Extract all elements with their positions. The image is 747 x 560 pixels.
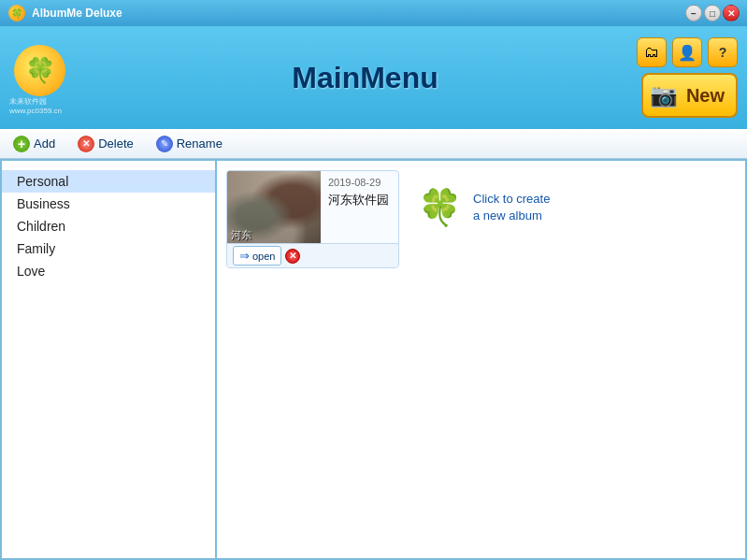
category-item-business[interactable]: Business xyxy=(2,193,215,215)
open-arrow-icon: ⇒ xyxy=(239,249,250,263)
minimize-button[interactable]: − xyxy=(685,5,702,22)
rename-label: Rename xyxy=(177,136,223,151)
album-panel: 河东 2019-08-29 河东软件园 ⇒ open ✕ 🍀 Click to … xyxy=(217,161,745,558)
new-album-text: Click to create a new album xyxy=(473,191,550,224)
maximize-button[interactable]: □ xyxy=(704,5,721,22)
folder-icon-btn[interactable]: 🗂 xyxy=(637,37,667,67)
delete-label: Delete xyxy=(98,136,134,151)
new-button-label: New xyxy=(686,85,725,107)
header: 🍀 未来软件园 www.pc0359.cn MainMenu 🗂 👤 ? 📷 N… xyxy=(0,26,747,129)
add-button[interactable]: + Add xyxy=(9,134,59,154)
album-thumb-label: 河东 xyxy=(231,228,251,242)
add-label: Add xyxy=(34,136,55,151)
delete-button[interactable]: ✕ Delete xyxy=(74,134,137,154)
album-card[interactable]: 河东 2019-08-29 河东软件园 ⇒ open ✕ xyxy=(226,170,399,268)
main-content: Personal Business Children Family Love 河… xyxy=(0,159,747,560)
add-icon: + xyxy=(13,136,30,152)
category-item-personal[interactable]: Personal xyxy=(2,170,215,193)
album-thumbnail: 河东 xyxy=(227,171,321,243)
album-name: 河东软件园 xyxy=(328,192,391,208)
open-button[interactable]: ⇒ open xyxy=(233,246,281,266)
album-delete-button[interactable]: ✕ xyxy=(285,249,300,264)
help-icon-btn[interactable]: ? xyxy=(708,37,738,67)
rename-button[interactable]: ✎ Rename xyxy=(152,134,226,154)
open-label: open xyxy=(252,251,275,262)
album-card-top: 河东 2019-08-29 河东软件园 xyxy=(227,171,398,243)
app-icon: 🍀 xyxy=(7,4,26,22)
watermark-line1: 未来软件园 xyxy=(9,96,62,107)
logo-area: 🍀 未来软件园 www.pc0359.cn xyxy=(9,36,93,120)
header-right: 🗂 👤 ? 📷 New xyxy=(637,37,738,118)
rename-icon: ✎ xyxy=(156,136,173,152)
main-title: MainMenu xyxy=(93,61,637,95)
window-controls: − □ ✕ xyxy=(685,5,740,22)
title-bar: 🍀 AlbumMe Deluxe − □ ✕ xyxy=(0,0,747,26)
new-button-icon: 📷 xyxy=(647,79,681,112)
category-item-family[interactable]: Family xyxy=(2,237,215,260)
category-panel: Personal Business Children Family Love xyxy=(2,161,217,558)
watermark-line2: www.pc0359.cn xyxy=(9,107,62,115)
new-button[interactable]: 📷 New xyxy=(641,73,738,118)
category-item-children[interactable]: Children xyxy=(2,215,215,237)
album-info: 2019-08-29 河东软件园 xyxy=(321,171,398,243)
category-item-love[interactable]: Love xyxy=(2,260,215,282)
header-icon-row: 🗂 👤 ? xyxy=(637,37,738,67)
new-album-placeholder[interactable]: 🍀 Click to create a new album xyxy=(409,170,596,245)
delete-icon: ✕ xyxy=(78,136,94,152)
title-bar-text: AlbumMe Deluxe xyxy=(32,7,685,20)
user-icon-btn[interactable]: 👤 xyxy=(672,37,702,67)
close-button[interactable]: ✕ xyxy=(723,5,740,22)
new-album-icon: 🍀 xyxy=(418,187,462,228)
album-card-bottom: ⇒ open ✕ xyxy=(227,243,398,267)
album-date: 2019-08-29 xyxy=(328,177,391,188)
toolbar: + Add ✕ Delete ✎ Rename xyxy=(0,129,747,159)
